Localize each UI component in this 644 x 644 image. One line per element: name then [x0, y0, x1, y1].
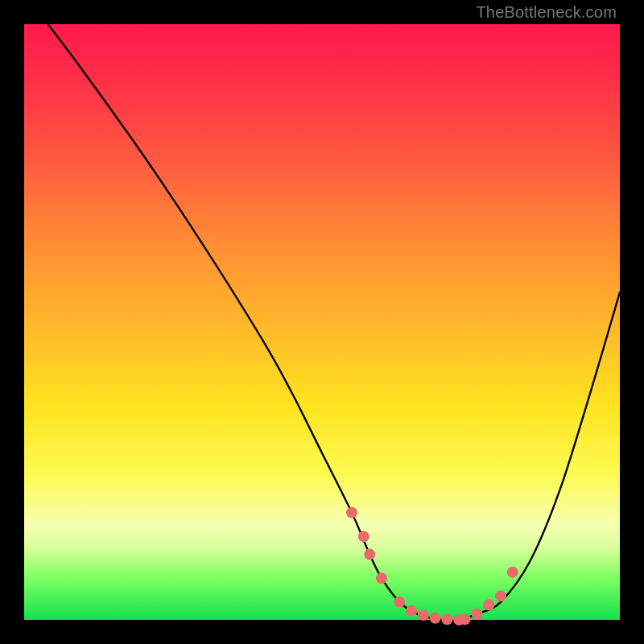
highlight-dot — [441, 613, 452, 625]
highlight-dot — [471, 609, 482, 620]
highlight-dot — [507, 567, 518, 578]
highlight-dot — [376, 572, 387, 584]
plot-area — [24, 24, 620, 620]
highlight-dot — [430, 613, 441, 624]
highlight-dots — [346, 507, 518, 625]
chart-stage: TheBottleneck.com — [0, 0, 644, 644]
highlight-dot — [358, 530, 369, 542]
highlight-dot — [364, 549, 375, 560]
highlight-dot — [406, 605, 417, 617]
bottleneck-curve — [48, 24, 620, 621]
highlight-dot — [346, 507, 357, 518]
highlight-dot — [460, 613, 471, 625]
highlight-dot — [418, 609, 429, 621]
highlight-dot — [394, 597, 405, 608]
highlight-dot — [483, 600, 494, 611]
curve-layer — [24, 24, 620, 620]
highlight-dot — [495, 590, 506, 601]
watermark-text: TheBottleneck.com — [476, 3, 617, 22]
